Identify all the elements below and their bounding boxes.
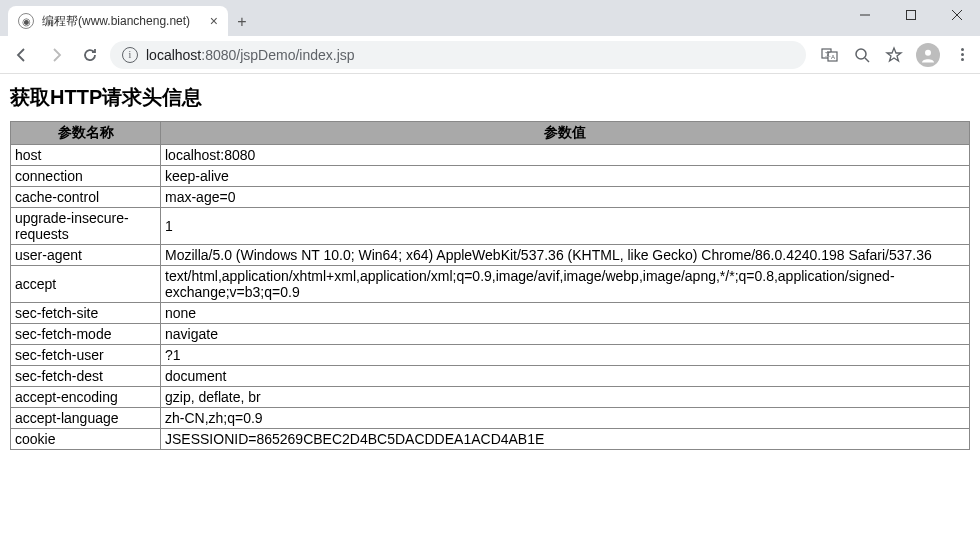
tab-title: 编程帮(www.biancheng.net) [42, 13, 202, 30]
translate-icon[interactable]: 文A [820, 45, 840, 65]
svg-point-10 [925, 49, 931, 55]
url-host: localhost [146, 47, 201, 63]
headers-table: 参数名称 参数值 hostlocalhost:8080connectionkee… [10, 121, 970, 450]
param-name: user-agent [11, 245, 161, 266]
svg-rect-1 [907, 11, 916, 20]
param-value: none [161, 303, 970, 324]
table-row: cookieJSESSIONID=865269CBEC2D4BC5DACDDEA… [11, 429, 970, 450]
window-close-button[interactable] [934, 0, 980, 30]
toolbar-right: 文A [820, 43, 972, 67]
param-name: sec-fetch-mode [11, 324, 161, 345]
profile-avatar[interactable] [916, 43, 940, 67]
minimize-button[interactable] [842, 0, 888, 30]
param-name: host [11, 145, 161, 166]
svg-text:A: A [831, 54, 835, 60]
page-content: 获取HTTP请求头信息 参数名称 参数值 hostlocalhost:8080c… [0, 74, 980, 460]
menu-button[interactable] [952, 45, 972, 65]
param-value: keep-alive [161, 166, 970, 187]
param-value: max-age=0 [161, 187, 970, 208]
svg-point-8 [856, 49, 866, 59]
zoom-icon[interactable] [852, 45, 872, 65]
address-bar[interactable]: i localhost:8080/jspDemo/index.jsp [110, 41, 806, 69]
browser-toolbar: i localhost:8080/jspDemo/index.jsp 文A [0, 36, 980, 74]
info-icon[interactable]: i [122, 47, 138, 63]
table-row: sec-fetch-user?1 [11, 345, 970, 366]
param-value: localhost:8080 [161, 145, 970, 166]
table-row: accepttext/html,application/xhtml+xml,ap… [11, 266, 970, 303]
param-value: text/html,application/xhtml+xml,applicat… [161, 266, 970, 303]
param-value: zh-CN,zh;q=0.9 [161, 408, 970, 429]
param-value: 1 [161, 208, 970, 245]
reload-button[interactable] [76, 41, 104, 69]
svg-line-9 [865, 58, 869, 62]
window-titlebar: ◉ 编程帮(www.biancheng.net) × + [0, 0, 980, 36]
table-row: accept-languagezh-CN,zh;q=0.9 [11, 408, 970, 429]
close-icon[interactable]: × [210, 13, 218, 29]
col-header-name: 参数名称 [11, 122, 161, 145]
table-row: accept-encodinggzip, deflate, br [11, 387, 970, 408]
table-row: user-agentMozilla/5.0 (Windows NT 10.0; … [11, 245, 970, 266]
table-header-row: 参数名称 参数值 [11, 122, 970, 145]
table-row: connectionkeep-alive [11, 166, 970, 187]
url-text: localhost:8080/jspDemo/index.jsp [146, 47, 355, 63]
param-value: ?1 [161, 345, 970, 366]
param-value: document [161, 366, 970, 387]
star-icon[interactable] [884, 45, 904, 65]
col-header-value: 参数值 [161, 122, 970, 145]
new-tab-button[interactable]: + [228, 8, 256, 36]
param-name: cookie [11, 429, 161, 450]
window-controls [842, 0, 980, 36]
table-row: sec-fetch-sitenone [11, 303, 970, 324]
param-name: upgrade-insecure-requests [11, 208, 161, 245]
back-button[interactable] [8, 41, 36, 69]
maximize-button[interactable] [888, 0, 934, 30]
globe-icon: ◉ [18, 13, 34, 29]
table-row: sec-fetch-modenavigate [11, 324, 970, 345]
table-row: upgrade-insecure-requests1 [11, 208, 970, 245]
table-row: hostlocalhost:8080 [11, 145, 970, 166]
browser-tab[interactable]: ◉ 编程帮(www.biancheng.net) × [8, 6, 228, 36]
param-value: JSESSIONID=865269CBEC2D4BC5DACDDEA1ACD4A… [161, 429, 970, 450]
param-value: Mozilla/5.0 (Windows NT 10.0; Win64; x64… [161, 245, 970, 266]
param-name: sec-fetch-site [11, 303, 161, 324]
forward-button[interactable] [42, 41, 70, 69]
param-name: accept-language [11, 408, 161, 429]
page-title: 获取HTTP请求头信息 [10, 84, 970, 111]
table-row: cache-controlmax-age=0 [11, 187, 970, 208]
param-name: sec-fetch-dest [11, 366, 161, 387]
param-name: accept [11, 266, 161, 303]
table-row: sec-fetch-destdocument [11, 366, 970, 387]
param-name: accept-encoding [11, 387, 161, 408]
param-name: connection [11, 166, 161, 187]
param-name: sec-fetch-user [11, 345, 161, 366]
url-path: /jspDemo/index.jsp [236, 47, 354, 63]
param-value: gzip, deflate, br [161, 387, 970, 408]
param-name: cache-control [11, 187, 161, 208]
url-port: :8080 [201, 47, 236, 63]
param-value: navigate [161, 324, 970, 345]
